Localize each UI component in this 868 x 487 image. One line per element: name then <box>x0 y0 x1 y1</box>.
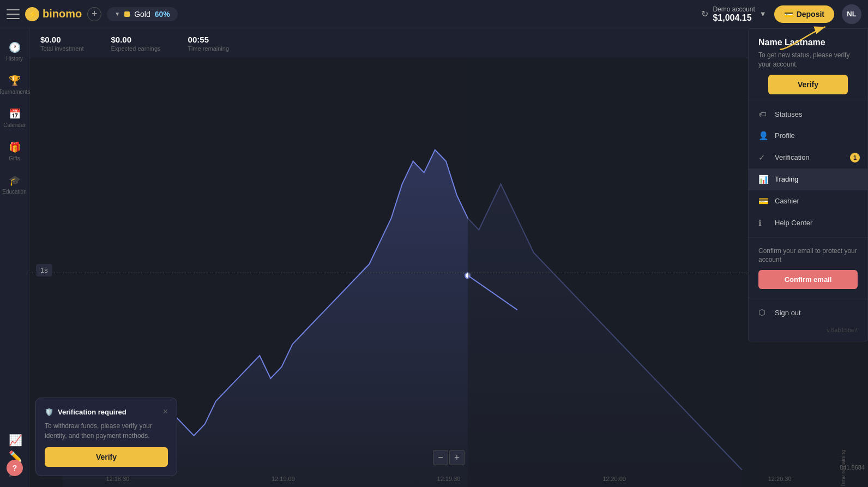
investment-label: Total investment <box>40 45 83 52</box>
statuses-icon: 🏷 <box>758 110 768 119</box>
price-label-small: 641.8684 <box>840 464 865 471</box>
sign-out-label: Sign out <box>775 309 801 317</box>
zoom-out-button[interactable]: − <box>433 450 448 465</box>
stat-earnings: $0.00 Expected earnings <box>111 35 160 52</box>
dropdown-header: Name Lastname To get new status, please … <box>749 29 867 100</box>
trading-icon: 📊 <box>758 175 768 184</box>
notice-header: 🛡️ Verification required × <box>45 407 168 417</box>
verification-notice: 🛡️ Verification required × To withdraw f… <box>35 398 177 476</box>
cashier-label: Cashier <box>775 197 799 205</box>
logo-icon: ⚡ <box>25 7 39 21</box>
dashed-price-line <box>29 273 868 273</box>
deposit-label: Deposit <box>797 10 824 19</box>
account-chevron-icon[interactable]: ▼ <box>760 10 767 18</box>
version-text: v.8ab15be7 <box>749 323 867 336</box>
indicators-icon[interactable]: 📈 <box>9 434 21 446</box>
verification-label: Verification <box>775 153 810 161</box>
dropdown-item-trading[interactable]: 📊 Trading <box>749 169 867 190</box>
deposit-icon: 💳 <box>784 10 793 19</box>
topbar-left: ⚡ binomo + ▼ Gold 60% <box>7 7 701 21</box>
confirm-email-button[interactable]: Confirm email <box>758 270 858 289</box>
sidebar: 🕐 History 🏆 Tournaments 📅 Calendar 🎁 Gif… <box>0 28 29 487</box>
history-icon: 🕐 <box>9 41 21 53</box>
dropdown-item-statuses[interactable]: 🏷 Statuses <box>749 104 867 125</box>
sidebar-item-calendar[interactable]: 📅 Calendar <box>0 104 29 133</box>
logo[interactable]: ⚡ binomo <box>25 7 82 21</box>
calendar-icon: 📅 <box>9 108 21 120</box>
sidebar-label-gifts: Gifts <box>9 155 20 161</box>
notice-close-button[interactable]: × <box>163 407 168 417</box>
dropdown-item-sign-out[interactable]: ⬡ Sign out <box>749 302 867 323</box>
help-center-label: Help Center <box>775 219 812 227</box>
account-type-label: Gold <box>134 10 150 19</box>
notice-title: 🛡️ Verification required <box>45 408 126 416</box>
stat-time: 00:55 Time remaining <box>188 35 229 52</box>
refresh-icon[interactable]: ↻ <box>701 9 708 19</box>
avatar-button[interactable]: NL <box>842 4 861 24</box>
dropdown-item-cashier[interactable]: 💳 Cashier <box>749 190 867 212</box>
cashier-icon: 💳 <box>758 196 768 206</box>
tournaments-icon: 🏆 <box>9 75 21 87</box>
dropdown-item-verification[interactable]: ✓ Verification 1 <box>749 147 867 169</box>
profile-icon: 👤 <box>758 131 768 141</box>
help-center-icon: ℹ <box>758 218 768 228</box>
earnings-label: Expected earnings <box>111 45 160 52</box>
trading-label: Trading <box>775 175 799 183</box>
zoom-controls: − + <box>433 450 465 465</box>
hamburger-icon[interactable] <box>7 9 20 19</box>
sidebar-item-tournaments[interactable]: 🏆 Tournaments <box>0 70 29 99</box>
account-dot <box>124 11 130 17</box>
zoom-in-button[interactable]: + <box>449 450 465 465</box>
add-tab-button[interactable]: + <box>87 7 101 21</box>
topbar-right: ↻ Demo account $1,004.15 ▼ 💳 Deposit NL <box>701 4 861 24</box>
sign-out-icon: ⬡ <box>758 308 768 317</box>
sidebar-label-education: Education <box>2 189 26 195</box>
stat-investment: $0.00 Total investment <box>40 35 83 52</box>
dropdown-subtitle: To get new status, please verify your ac… <box>758 51 858 69</box>
dropdown-item-profile[interactable]: 👤 Profile <box>749 125 867 147</box>
shield-icon: 🛡️ <box>45 408 53 416</box>
sidebar-item-history[interactable]: 🕐 History <box>0 37 29 66</box>
xtime-3: 12:19:30 <box>437 476 461 482</box>
chevron-down-icon: ▼ <box>114 11 120 17</box>
stats-bar: $0.00 Total investment $0.00 Expected ea… <box>29 28 868 58</box>
confirm-email-section: Confirm your email to protect your accou… <box>749 241 867 295</box>
topbar: ⚡ binomo + ▼ Gold 60% ↻ Demo account $1,… <box>0 0 868 28</box>
xtime-2: 12:19:00 <box>272 476 295 482</box>
time-value: 00:55 <box>188 35 229 44</box>
verification-badge: 1 <box>850 153 860 163</box>
time-badge[interactable]: 1s <box>36 264 52 276</box>
time-label: Time remaining <box>188 45 229 52</box>
verification-icon: ✓ <box>758 153 768 163</box>
sidebar-item-education[interactable]: 🎓 Education <box>0 170 29 199</box>
sidebar-item-gifts[interactable]: 🎁 Gifts <box>0 137 29 166</box>
sidebar-label-history: History <box>6 56 23 62</box>
logo-text: binomo <box>43 8 82 20</box>
dropdown-username: Name Lastname <box>758 38 858 47</box>
demo-account-info: ↻ Demo account $1,004.15 ▼ <box>701 5 766 23</box>
dropdown-divider-1 <box>749 237 867 238</box>
demo-account-details: Demo account $1,004.15 <box>713 5 755 23</box>
education-icon: 🎓 <box>9 175 21 187</box>
sidebar-label-calendar: Calendar <box>3 122 26 128</box>
dropdown-divider-2 <box>749 298 867 298</box>
xtime-1: 12:18:30 <box>106 476 129 482</box>
notice-title-text: Verification required <box>58 408 126 416</box>
investment-value: $0.00 <box>40 35 83 44</box>
deposit-button[interactable]: 💳 Deposit <box>774 5 834 23</box>
dropdown-item-help-center[interactable]: ℹ Help Center <box>749 212 867 234</box>
gifts-icon: 🎁 <box>9 141 21 153</box>
sidebar-bottom: 📈 ✏️ 🖊 ? <box>9 434 21 478</box>
statuses-label: Statuses <box>775 110 803 118</box>
avatar-initials: NL <box>847 10 856 18</box>
dropdown-menu: Name Lastname To get new status, please … <box>748 28 868 341</box>
help-button[interactable]: ? <box>7 460 23 476</box>
xtime-4: 12:20:00 <box>602 476 626 482</box>
dropdown-verify-button[interactable]: Verify <box>768 75 848 94</box>
xtime-5: 12:20:30 <box>768 476 792 482</box>
notice-verify-button[interactable]: Verify <box>45 447 168 467</box>
earnings-value: $0.00 <box>111 35 160 44</box>
demo-amount: $1,004.15 <box>713 13 755 23</box>
account-selector[interactable]: ▼ Gold 60% <box>107 7 178 21</box>
account-pct: 60% <box>155 10 170 19</box>
